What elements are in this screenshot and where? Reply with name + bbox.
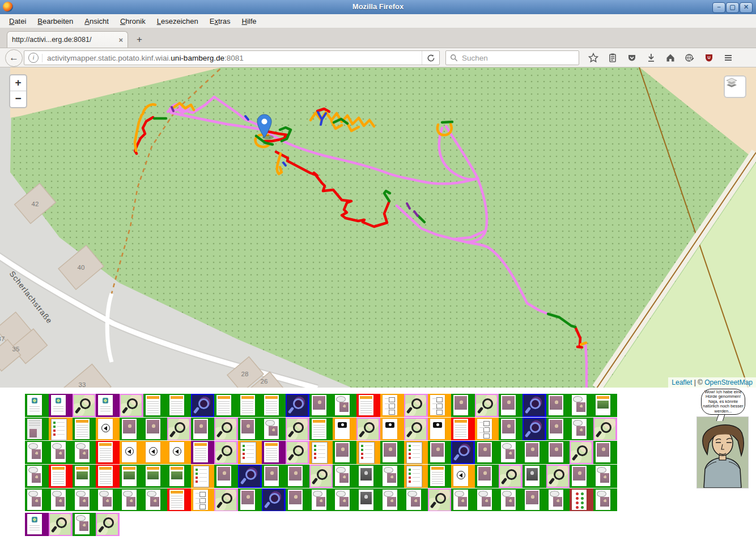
activity-tile-photo[interactable]: [143, 418, 167, 441]
leaflet-link[interactable]: Leaflet: [672, 379, 692, 386]
search-bar[interactable]: [445, 50, 579, 65]
activity-tile-boxes[interactable]: [428, 394, 452, 417]
activity-tile-map[interactable]: [404, 394, 428, 417]
activity-tile-bubble[interactable]: [73, 441, 96, 464]
activity-tile-bubble[interactable]: [120, 488, 143, 512]
activity-tile-photo[interactable]: [333, 441, 356, 464]
star-icon[interactable]: [584, 50, 603, 66]
activity-tile-mapd[interactable]: [238, 465, 262, 488]
activity-tile-bubble[interactable]: [73, 488, 96, 512]
zoom-out-button[interactable]: −: [10, 91, 26, 107]
close-button[interactable]: ✕: [740, 2, 753, 13]
pocket-icon[interactable]: [622, 50, 642, 66]
menu-icon[interactable]: [719, 50, 738, 66]
activity-tile-bubble[interactable]: [499, 441, 523, 464]
activity-tile-frame[interactable]: [523, 465, 546, 488]
activity-tile-forest[interactable]: [143, 465, 167, 488]
activity-tile-photo[interactable]: [523, 488, 546, 512]
map-canvas[interactable]: 42403735332826 Scherlachstraße + − Leafl…: [0, 67, 756, 388]
activity-tile-form[interactable]: [238, 394, 262, 417]
activity-tile-map[interactable]: [167, 418, 191, 441]
activity-tile-map[interactable]: [214, 488, 238, 512]
activity-tile-boxes[interactable]: [191, 488, 215, 512]
browser-tab[interactable]: http://activi...erg.de:8081/ ×: [7, 31, 128, 48]
minimize-button[interactable]: –: [712, 2, 725, 13]
download-icon[interactable]: [642, 50, 661, 66]
url-bar[interactable]: i activitymapper.static.potato.kinf.wiai…: [24, 50, 440, 65]
activity-tile-sketch[interactable]: [25, 418, 49, 441]
activity-tile-form[interactable]: [309, 418, 333, 441]
reload-button[interactable]: [422, 51, 439, 65]
activity-tile-bubble[interactable]: [570, 418, 593, 441]
activity-tile-bubble[interactable]: [333, 488, 356, 512]
activity-tile-bubble[interactable]: [570, 394, 593, 417]
activity-tile-camera[interactable]: [333, 418, 356, 441]
activity-tile-form[interactable]: [214, 394, 238, 417]
activity-tile-checklist[interactable]: [49, 418, 73, 441]
activity-tile-form[interactable]: [451, 418, 475, 441]
activity-tile-map[interactable]: [428, 488, 452, 512]
osm-link[interactable]: OpenStreetMap: [704, 379, 753, 386]
activity-tile-speaker[interactable]: [143, 441, 167, 464]
menu-item-lesezeichen[interactable]: Lesezeichen: [151, 15, 204, 27]
activity-tile-form[interactable]: [191, 441, 215, 464]
adblock-shield-icon[interactable]: U: [699, 50, 719, 66]
activity-tile-checklist[interactable]: [238, 441, 262, 464]
activity-tile-app[interactable]: [49, 394, 73, 417]
activity-tile-map[interactable]: [286, 441, 309, 464]
activity-tile-mapd[interactable]: [191, 394, 215, 417]
activity-tile-map[interactable]: [73, 394, 96, 417]
activity-tile-app[interactable]: [96, 394, 120, 417]
activity-tile-photo[interactable]: [238, 418, 262, 441]
tab-close-icon[interactable]: ×: [118, 36, 123, 44]
activity-tile-forest[interactable]: [73, 465, 96, 488]
activity-tile-bubble[interactable]: [25, 441, 49, 464]
bookmarks-icon[interactable]: [603, 50, 622, 66]
activity-tile-photo[interactable]: [120, 418, 143, 441]
activity-tile-bubble[interactable]: [451, 488, 475, 512]
activity-tile-photo[interactable]: [499, 394, 523, 417]
activity-tile-photo[interactable]: [428, 441, 452, 464]
activity-tile-bubble[interactable]: [333, 394, 356, 417]
activity-tile-checklist[interactable]: [356, 441, 380, 464]
activity-tile-map[interactable]: [309, 465, 333, 488]
activity-tile-bubble[interactable]: [49, 488, 73, 512]
activity-tile-app[interactable]: [25, 394, 49, 417]
activity-tile-bubble[interactable]: [333, 465, 356, 488]
activity-tile-map[interactable]: [356, 418, 380, 441]
activity-tile-photo[interactable]: [546, 418, 570, 441]
activity-tile-map[interactable]: [214, 441, 238, 464]
activity-tile-form[interactable]: [49, 465, 73, 488]
activity-tile-boxes[interactable]: [475, 418, 499, 441]
activity-tile-bubble[interactable]: [404, 488, 428, 512]
activity-tile-app[interactable]: [25, 513, 49, 536]
activity-tile-speaker[interactable]: [96, 418, 120, 441]
activity-tile-bubble[interactable]: [143, 488, 167, 512]
activity-tile-map[interactable]: [593, 418, 617, 441]
activity-tile-forest[interactable]: [593, 394, 617, 417]
activity-tile-bubble[interactable]: [593, 488, 617, 512]
activity-tile-photo[interactable]: [546, 441, 570, 464]
activity-tile-bubble[interactable]: [25, 465, 49, 488]
layers-control[interactable]: [724, 75, 746, 98]
activity-tile-frame[interactable]: [356, 465, 380, 488]
activity-tile-bubble[interactable]: [593, 465, 617, 488]
menu-item-hilfe[interactable]: Hilfe: [236, 15, 262, 27]
activity-tile-form[interactable]: [428, 465, 452, 488]
activity-tile-frame[interactable]: [356, 488, 380, 512]
activity-tile-photo[interactable]: [570, 465, 593, 488]
url-text[interactable]: activitymapper.static.potato.kinf.wiai.u…: [42, 54, 422, 62]
home-icon[interactable]: [661, 50, 680, 66]
activity-tile-photo[interactable]: [286, 488, 309, 512]
activity-tile-map[interactable]: [49, 513, 73, 536]
activity-tile-bubble[interactable]: [499, 488, 523, 512]
new-tab-button[interactable]: +: [131, 33, 147, 46]
activity-tile-photo[interactable]: [499, 418, 523, 441]
activity-tile-form[interactable]: [356, 394, 380, 417]
activity-tile-bubble[interactable]: [475, 488, 499, 512]
activity-tile-photo[interactable]: [593, 441, 617, 464]
site-info-icon[interactable]: i: [28, 53, 39, 63]
activity-tile-bubble[interactable]: [96, 488, 120, 512]
activity-tile-form[interactable]: [96, 465, 120, 488]
activity-tile-forest[interactable]: [167, 465, 191, 488]
